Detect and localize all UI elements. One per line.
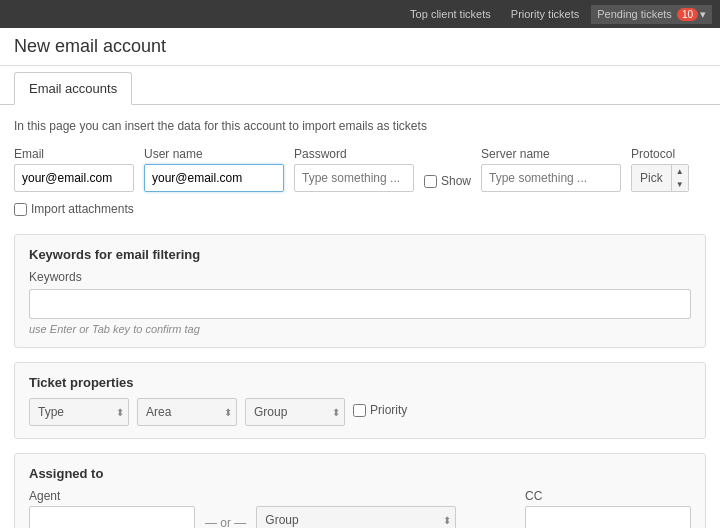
top-client-tickets-nav[interactable]: Top client tickets <box>402 4 499 24</box>
import-label[interactable]: Import attachments <box>31 202 134 216</box>
area-select-wrapper: Area <box>137 398 237 426</box>
main-form-row: Email User name Password Show Server nam… <box>14 147 706 220</box>
keywords-hint: use Enter or Tab key to confirm tag <box>29 323 691 335</box>
dropdown-arrow-icon: ▾ <box>700 8 706 21</box>
or-label: — or — <box>205 516 246 528</box>
group-select[interactable]: Group <box>245 398 345 426</box>
type-select-wrapper: Type <box>29 398 129 426</box>
group-select-wrapper: Group <box>245 398 345 426</box>
protocol-label: Protocol <box>631 147 689 161</box>
keywords-section: Keywords for email filtering Keywords us… <box>14 234 706 348</box>
pick-button[interactable]: Pick ▲ ▼ <box>631 164 689 192</box>
email-group: Email <box>14 147 134 192</box>
pick-down-arrow[interactable]: ▼ <box>672 178 688 191</box>
username-group: User name <box>144 147 284 192</box>
import-checkbox-group: Import attachments <box>14 202 134 220</box>
pick-label: Pick <box>632 165 672 191</box>
priority-checkbox[interactable] <box>353 404 366 417</box>
assigned-group-group: Group <box>256 506 456 528</box>
priority-label[interactable]: Priority <box>370 403 407 417</box>
assigned-group-select[interactable]: Group <box>256 506 456 528</box>
email-input[interactable] <box>14 164 134 192</box>
show-checkbox-group: Show <box>424 174 471 192</box>
pending-tickets-nav[interactable]: Pending tickets 10 ▾ <box>591 5 712 24</box>
priority-tickets-nav[interactable]: Priority tickets <box>503 4 587 24</box>
pick-arrows[interactable]: ▲ ▼ <box>672 165 688 191</box>
pending-badge: 10 <box>677 8 698 21</box>
password-group: Password <box>294 147 414 192</box>
cc-label: CC <box>525 489 691 503</box>
assigned-grid: Agent — or — Group CC <box>29 489 691 528</box>
page-content: In this page you can insert the data for… <box>0 105 720 528</box>
server-label: Server name <box>481 147 621 161</box>
ticket-properties-section: Ticket properties Type Area Group Priori… <box>14 362 706 439</box>
page-header: New email account <box>0 28 720 66</box>
server-group: Server name <box>481 147 621 192</box>
email-label: Email <box>14 147 134 161</box>
keywords-input[interactable] <box>29 289 691 319</box>
tab-bar: Email accounts <box>0 66 720 105</box>
assigned-section-title: Assigned to <box>29 466 691 481</box>
priority-checkbox-group: Priority <box>353 403 407 421</box>
pick-up-arrow[interactable]: ▲ <box>672 165 688 178</box>
agent-label: Agent <box>29 489 195 503</box>
password-label: Password <box>294 147 414 161</box>
server-input[interactable] <box>481 164 621 192</box>
username-input[interactable] <box>144 164 284 192</box>
protocol-group: Protocol Pick ▲ ▼ <box>631 147 689 192</box>
password-input[interactable] <box>294 164 414 192</box>
cc-input[interactable] <box>525 506 691 528</box>
keywords-section-title: Keywords for email filtering <box>29 247 691 262</box>
agent-group: Agent <box>29 489 195 528</box>
type-select[interactable]: Type <box>29 398 129 426</box>
import-checkbox[interactable] <box>14 203 27 216</box>
ticket-section-title: Ticket properties <box>29 375 691 390</box>
keywords-subtitle: Keywords <box>29 270 691 284</box>
page-title: New email account <box>14 36 706 57</box>
top-nav: Top client tickets Priority tickets Pend… <box>0 0 720 28</box>
username-label: User name <box>144 147 284 161</box>
page-description: In this page you can insert the data for… <box>14 119 706 133</box>
show-label[interactable]: Show <box>441 174 471 188</box>
cc-group: CC <box>525 489 691 528</box>
tab-email-accounts[interactable]: Email accounts <box>14 72 132 105</box>
assigned-group-select-wrapper: Group <box>256 506 456 528</box>
assigned-section: Assigned to Agent — or — Group CC <box>14 453 706 528</box>
show-checkbox[interactable] <box>424 175 437 188</box>
agent-input[interactable] <box>29 506 195 528</box>
ticket-props-row: Type Area Group Priority <box>29 398 691 426</box>
area-select[interactable]: Area <box>137 398 237 426</box>
